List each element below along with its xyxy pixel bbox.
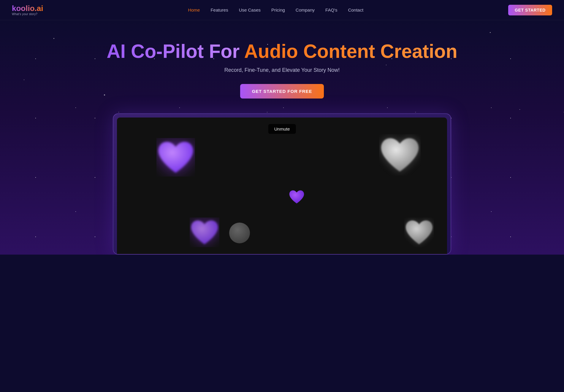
nav-item-contact[interactable]: Contact	[348, 7, 363, 13]
star-dot	[104, 94, 105, 96]
star-dot	[53, 38, 54, 39]
star-dot	[386, 65, 386, 65]
hero-title-orange: Audio Content Creation	[244, 41, 457, 62]
heart-silver-large	[379, 134, 421, 176]
nav-link-features[interactable]: Features	[210, 7, 228, 12]
star-dot	[519, 109, 520, 110]
navbar: koolio.ai What's your story? Home Featur…	[0, 0, 564, 20]
nav-link-faqs[interactable]: FAQ's	[325, 7, 337, 12]
logo-text: koolio.ai	[12, 4, 43, 13]
demo-frame-wrapper: Unmute	[113, 113, 451, 255]
hero-title: AI Co-Pilot For Audio Content Creation	[107, 41, 457, 62]
nav-link-contact[interactable]: Contact	[348, 7, 363, 12]
nav-item-features[interactable]: Features	[210, 7, 228, 13]
nav-get-started-button[interactable]: GET STARTED	[508, 5, 552, 15]
demo-screen: Unmute	[117, 118, 447, 254]
unmute-badge[interactable]: Unmute	[268, 124, 296, 134]
nav-links: Home Features Use Cases Pricing Company …	[188, 7, 363, 13]
hero-cta-button[interactable]: GET STARTED FOR FREE	[240, 84, 324, 99]
nav-item-faqs[interactable]: FAQ's	[325, 7, 337, 13]
logo[interactable]: koolio.ai What's your story?	[12, 4, 43, 16]
nav-link-home[interactable]: Home	[188, 7, 200, 12]
star-dot	[24, 80, 24, 80]
nav-item-pricing[interactable]: Pricing	[271, 7, 285, 13]
hero-title-purple: AI Co-Pilot For	[107, 41, 244, 62]
star-dot	[490, 32, 491, 33]
nav-item-company[interactable]: Company	[296, 7, 315, 13]
nav-link-company[interactable]: Company	[296, 7, 315, 12]
heart-purple-medium	[190, 218, 219, 247]
logo-tagline: What's your story?	[12, 12, 43, 16]
hero-section: AI Co-Pilot For Audio Content Creation R…	[0, 20, 564, 255]
nav-link-use-cases[interactable]: Use Cases	[239, 7, 261, 12]
nav-item-use-cases[interactable]: Use Cases	[239, 7, 261, 13]
nav-link-pricing[interactable]: Pricing	[271, 7, 285, 12]
demo-frame-border: Unmute	[113, 113, 451, 255]
heart-silver-small	[404, 218, 434, 247]
hero-subtitle: Record, Fine-Tune, and Elevate Your Stor…	[224, 67, 340, 73]
heart-purple-large	[156, 138, 195, 177]
circle-gray	[229, 223, 250, 243]
heart-purple-small	[289, 189, 305, 205]
nav-item-home[interactable]: Home	[188, 7, 200, 13]
